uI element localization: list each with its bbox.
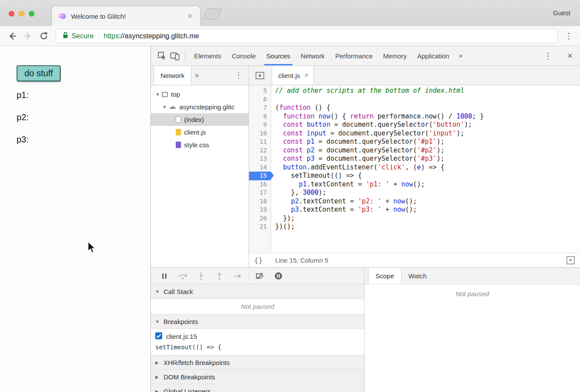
breakpoints-header[interactable]: ▼ Breakpoints xyxy=(151,314,364,329)
line-number[interactable]: 20 xyxy=(249,214,271,223)
close-window-button[interactable] xyxy=(9,11,14,17)
code-line-16: 16 p1.textContent = 'p1: ' + now(); xyxy=(249,180,580,189)
tree-item-asyncstepping-glitc[interactable]: ▼☁asyncstepping.glitc xyxy=(151,101,249,113)
breakpoint-checkbox[interactable] xyxy=(155,332,162,341)
line-number[interactable]: 5 xyxy=(249,87,271,95)
breakpoint-line-number[interactable]: 15 xyxy=(249,172,271,180)
zoom-window-button[interactable] xyxy=(29,11,34,17)
editor-tab-close-icon[interactable]: × xyxy=(304,72,308,79)
toggle-navigator-icon[interactable] xyxy=(253,69,266,82)
call-stack-header[interactable]: ▼ Call Stack xyxy=(151,284,364,299)
browser-tab[interactable]: Welcome to Glitch! × xyxy=(51,6,201,26)
devtools-tab-application[interactable]: Application xyxy=(412,46,454,65)
step-out-icon[interactable] xyxy=(210,272,229,280)
step-over-icon[interactable] xyxy=(174,272,192,280)
expand-drawer-icon[interactable] xyxy=(566,256,575,264)
code-text: const p2 = document.querySelector('#p2')… xyxy=(271,146,444,155)
navigation-bar: Secure https://asyncstepping.glitch.me ⋮ xyxy=(0,26,580,46)
devtools-tab-network[interactable]: Network xyxy=(296,46,330,65)
debugger-area: ▼ Call Stack Not paused ▼ Breakpoints xyxy=(151,268,580,392)
breakpoint-entry[interactable]: client.js:15 setTimeout(() => { xyxy=(151,329,364,355)
address-bar[interactable]: Secure https://asyncstepping.glitch.me xyxy=(56,29,558,43)
tree-item-label: top xyxy=(171,91,180,98)
devtools-menu-icon[interactable]: ⋮ xyxy=(541,51,555,60)
navigator-overflow-icon[interactable]: » xyxy=(191,71,202,79)
code-line-15: 15 setTimeout(() => { xyxy=(249,172,580,180)
step-icon[interactable] xyxy=(229,273,247,280)
tab-scope[interactable]: Scope xyxy=(368,268,402,284)
expander-icon[interactable]: ▼ xyxy=(161,105,168,109)
url-text[interactable]: https://asyncstepping.glitch.me xyxy=(104,32,199,40)
dom-breakpoints-label: DOM Breakpoints xyxy=(164,373,215,381)
code-text: })(); xyxy=(271,223,295,231)
line-number[interactable]: 10 xyxy=(249,129,271,138)
line-number[interactable]: 9 xyxy=(249,121,271,129)
devtools-tab-elements[interactable]: Elements xyxy=(189,46,227,65)
line-number[interactable]: 11 xyxy=(249,138,271,146)
step-into-icon[interactable] xyxy=(192,272,210,280)
line-number[interactable]: 7 xyxy=(249,104,271,112)
do-stuff-button[interactable]: do stuff xyxy=(17,65,61,81)
line-number[interactable]: 13 xyxy=(249,155,271,163)
code-text: }, 3000); xyxy=(271,189,326,197)
tree-item-label: client.js xyxy=(184,128,206,136)
line-number[interactable]: 19 xyxy=(249,206,271,214)
call-stack-arrow-icon[interactable]: ▼ xyxy=(155,289,160,294)
xhr-breakpoints-arrow-icon[interactable]: ▶ xyxy=(155,360,160,365)
xhr-breakpoints-header[interactable]: ▶ XHR/fetch Breakpoints xyxy=(151,355,364,370)
line-number[interactable]: 6 xyxy=(249,95,271,104)
devtools-tab-performance[interactable]: Performance xyxy=(330,46,378,65)
navigator-menu-icon[interactable]: ⋮ xyxy=(232,71,245,79)
tree-item-client-js[interactable]: client.js xyxy=(151,126,249,139)
reload-button[interactable] xyxy=(36,29,51,44)
line-number[interactable]: 21 xyxy=(249,223,271,231)
back-button[interactable] xyxy=(4,29,20,44)
code-line-14: 14 button.addEventListener('click', (e) … xyxy=(249,163,580,172)
pause-on-exceptions-icon[interactable] xyxy=(269,272,287,280)
forward-button[interactable] xyxy=(20,29,36,44)
line-number[interactable]: 12 xyxy=(249,146,271,155)
new-tab-button[interactable] xyxy=(203,8,222,20)
line-number[interactable]: 14 xyxy=(249,163,271,172)
expander-icon[interactable]: ▼ xyxy=(154,92,161,97)
tree-item-label: asyncstepping.glitc xyxy=(179,103,235,111)
tabs-overflow-icon[interactable]: » xyxy=(454,52,467,60)
url-separator xyxy=(99,32,99,40)
code-line-20: 20 }); xyxy=(249,214,580,223)
browser-menu-icon[interactable]: ⋮ xyxy=(562,32,576,40)
tab-close-icon[interactable]: × xyxy=(186,11,194,21)
devtools-close-icon[interactable]: ✕ xyxy=(567,52,573,60)
devtools-tab-memory[interactable]: Memory xyxy=(378,46,412,65)
profile-name: Guest xyxy=(553,9,570,17)
code-editor[interactable]: 5// add other scripts at the bottom of i… xyxy=(249,85,580,253)
tree-item-top[interactable]: ▼top xyxy=(151,88,249,101)
device-toolbar-icon[interactable] xyxy=(168,49,181,62)
global-listeners-arrow-icon[interactable]: ▶ xyxy=(155,389,160,392)
tree-item-index[interactable]: (index) xyxy=(151,113,249,126)
devtools-tab-console[interactable]: Console xyxy=(227,46,261,65)
devtools-panel: ElementsConsoleSourcesNetworkPerformance… xyxy=(150,46,580,392)
inspect-element-icon[interactable] xyxy=(155,49,168,62)
code-text: p1.textContent = 'p1: ' + now(); xyxy=(271,180,425,189)
line-number[interactable]: 17 xyxy=(249,189,271,197)
secure-lock-icon[interactable] xyxy=(62,31,68,41)
tree-item-style-css[interactable]: style.css xyxy=(151,139,249,151)
dom-breakpoints-header[interactable]: ▶ DOM Breakpoints xyxy=(151,370,364,384)
deactivate-breakpoints-icon[interactable] xyxy=(251,272,269,280)
breakpoints-label: Breakpoints xyxy=(164,318,198,325)
glitch-favicon-icon xyxy=(58,13,67,20)
dom-breakpoints-arrow-icon[interactable]: ▶ xyxy=(155,375,160,379)
line-number[interactable]: 8 xyxy=(249,112,271,121)
breakpoints-arrow-icon[interactable]: ▼ xyxy=(155,319,160,324)
editor-tab-client-js[interactable]: client.js × xyxy=(272,66,314,85)
titlebar: Welcome to Glitch! × Guest xyxy=(0,0,580,26)
navigator-tab-network[interactable]: Network xyxy=(154,66,191,85)
pretty-print-icon[interactable]: {} xyxy=(254,257,263,264)
global-listeners-header[interactable]: ▶ Global Listeners xyxy=(151,384,364,392)
pause-script-icon[interactable] xyxy=(155,273,174,280)
devtools-tab-sources[interactable]: Sources xyxy=(261,46,296,65)
line-number[interactable]: 18 xyxy=(249,197,271,206)
line-number[interactable]: 16 xyxy=(249,180,271,189)
minimize-window-button[interactable] xyxy=(19,11,24,17)
tab-watch[interactable]: Watch xyxy=(402,268,434,284)
